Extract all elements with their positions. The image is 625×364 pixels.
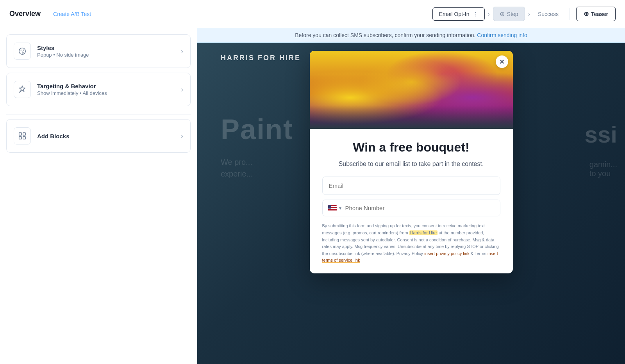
phone-input-wrap: ▾ (322, 200, 500, 216)
email-optin-label: Email Opt-In (439, 11, 470, 17)
targeting-subtitle: Show immediately • All devices (37, 90, 107, 96)
targeting-icon-wrap (14, 81, 31, 98)
email-optin-step-button[interactable]: Email Opt-In ⋮ (432, 7, 485, 21)
add-blocks-icon-wrap (14, 127, 31, 145)
add-blocks-card[interactable]: Add Blocks › (6, 119, 191, 153)
popup-content: Win a free bouquet! Subscribe to our ema… (310, 129, 513, 273)
add-blocks-chevron-icon: › (181, 132, 183, 140)
privacy-policy-link[interactable]: insert privacy policy link (424, 251, 470, 256)
targeting-title: Targeting & Behavior (37, 83, 107, 89)
svg-point-0 (19, 48, 26, 55)
popup-overlay: ✕ Win a free bouquet! Subscribe to our e… (197, 43, 625, 364)
styles-subtitle: Popup • No side image (37, 52, 89, 58)
svg-rect-7 (23, 137, 25, 139)
overview-title: Overview (9, 10, 41, 18)
popup-headline: Win a free bouquet! (322, 140, 500, 155)
popup-subtext: Subscribe to our email list to take part… (322, 159, 500, 169)
step-dots-icon[interactable]: ⋮ (473, 11, 478, 17)
targeting-card-left: Targeting & Behavior Show immediately • … (14, 81, 107, 98)
add-blocks-title: Add Blocks (37, 133, 70, 139)
preview-area: Before you can collect SMS subscribers, … (197, 28, 625, 364)
header: Overview Create A/B Test Email Opt-In ⋮ … (0, 0, 625, 28)
svg-rect-4 (19, 133, 21, 135)
flower-leaves (310, 105, 513, 129)
success-step-button[interactable]: Success (533, 8, 563, 20)
header-left: Overview Create A/B Test (9, 10, 91, 18)
styles-card-left: Styles Popup • No side image (14, 43, 89, 60)
svg-point-2 (23, 50, 24, 51)
dropdown-arrow-icon: ▾ (339, 205, 341, 211)
teaser-button[interactable]: ⊕ Teaser (576, 7, 616, 21)
email-input[interactable] (322, 177, 500, 195)
brand-highlight: Harris for Hire (409, 230, 438, 235)
confirm-sending-link[interactable]: Confirm sending info (477, 32, 527, 38)
create-ab-link[interactable]: Create A/B Test (53, 11, 91, 17)
blocks-icon (18, 132, 27, 140)
sidebar: Styles Popup • No side image › Targeting… (0, 28, 197, 364)
us-flag-icon (328, 205, 337, 211)
plus-icon: ⊕ (500, 10, 505, 18)
header-divider (570, 8, 570, 20)
add-blocks-card-left: Add Blocks (14, 127, 70, 145)
add-step-label: Step (507, 11, 518, 17)
teaser-plus-icon: ⊕ (584, 10, 589, 18)
styles-icon-wrap (14, 43, 31, 60)
svg-rect-6 (19, 137, 21, 139)
add-step-button[interactable]: ⊕ Step (493, 7, 525, 21)
add-blocks-card-text: Add Blocks (37, 133, 70, 139)
legal-text: By submitting this form and signing up f… (322, 223, 500, 264)
svg-point-3 (22, 52, 23, 53)
svg-rect-5 (23, 133, 25, 135)
targeting-icon (18, 85, 27, 94)
chevron-sep-1: › (488, 11, 490, 18)
styles-card-text: Styles Popup • No side image (37, 45, 89, 58)
country-selector[interactable]: ▾ (328, 205, 341, 211)
close-button[interactable]: ✕ (496, 55, 508, 68)
legal-terms-text: & Terms (471, 251, 486, 256)
svg-point-1 (20, 50, 21, 51)
targeting-card-text: Targeting & Behavior Show immediately • … (37, 83, 107, 96)
main-layout: Styles Popup • No side image › Targeting… (0, 28, 625, 364)
teaser-label: Teaser (591, 11, 608, 17)
chevron-sep-2: › (528, 11, 530, 18)
styles-chevron-icon: › (181, 47, 183, 55)
styles-title: Styles (37, 45, 89, 51)
styles-card[interactable]: Styles Popup • No side image › (6, 34, 191, 68)
header-center: Email Opt-In ⋮ › ⊕ Step › Success ⊕ Teas… (432, 7, 616, 21)
targeting-card[interactable]: Targeting & Behavior Show immediately • … (6, 73, 191, 106)
sidebar-divider (6, 114, 191, 114)
palette-icon (18, 47, 27, 55)
targeting-chevron-icon: › (181, 86, 183, 94)
popup-modal: ✕ Win a free bouquet! Subscribe to our e… (310, 51, 513, 273)
popup-image: ✕ (310, 51, 513, 129)
sms-banner: Before you can collect SMS subscribers, … (197, 28, 625, 43)
sms-banner-text: Before you can collect SMS subscribers, … (295, 32, 475, 38)
phone-input[interactable] (345, 205, 495, 211)
